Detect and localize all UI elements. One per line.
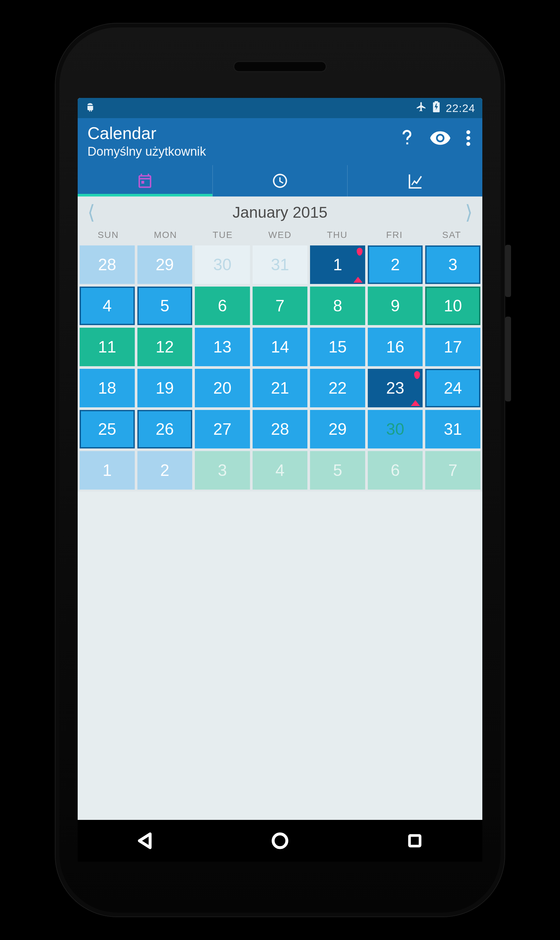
day-number: 1	[103, 461, 112, 480]
calendar-grid: 2829303112345678910111213141516171819202…	[78, 243, 482, 492]
calendar-day[interactable]: 7	[425, 451, 480, 489]
phone-frame: 22:24 Calendar Domyślny użytkownik	[55, 23, 505, 917]
screen: 22:24 Calendar Domyślny użytkownik	[78, 98, 482, 826]
calendar-icon	[136, 172, 153, 189]
calendar-day[interactable]: 6	[195, 286, 250, 325]
clock-icon	[272, 172, 288, 189]
day-number: 15	[329, 337, 347, 357]
day-number: 3	[448, 255, 457, 274]
calendar-day[interactable]: 19	[137, 369, 192, 407]
calendar-day[interactable]: 28	[252, 410, 308, 448]
nav-home-button[interactable]	[255, 828, 305, 854]
calendar-day[interactable]: 6	[368, 451, 423, 489]
day-number: 3	[218, 461, 227, 480]
weekday-label: SAT	[423, 230, 480, 240]
day-number: 12	[156, 337, 174, 357]
calendar-day[interactable]: 11	[80, 328, 135, 366]
day-number: 30	[386, 420, 404, 438]
calendar-day[interactable]: 29	[137, 245, 192, 284]
calendar-day[interactable]: 30	[368, 410, 423, 448]
airplane-mode-icon	[416, 101, 427, 115]
marker-triangle-icon	[411, 400, 420, 406]
phone-side-button	[505, 317, 511, 402]
calendar-day[interactable]: 21	[252, 369, 308, 407]
svg-point-3	[273, 834, 287, 848]
overflow-menu-button[interactable]	[466, 130, 471, 146]
calendar-day[interactable]: 31	[425, 410, 480, 448]
calendar-day[interactable]: 20	[195, 369, 250, 407]
month-bar: ⟨ January 2015 ⟩	[78, 197, 482, 228]
calendar-day[interactable]: 30	[195, 245, 250, 284]
weekday-label: TUE	[194, 230, 251, 240]
svg-rect-4	[409, 835, 420, 846]
day-number: 29	[156, 255, 174, 274]
weekday-label: SUN	[80, 230, 137, 240]
prev-month-button[interactable]: ⟨	[84, 201, 98, 223]
nav-back-button[interactable]	[121, 828, 170, 854]
calendar-day[interactable]: 2	[368, 245, 423, 284]
more-vert-icon	[466, 130, 471, 146]
help-icon	[400, 129, 414, 148]
calendar-day[interactable]: 12	[137, 328, 192, 366]
calendar-day[interactable]: 5	[310, 451, 365, 489]
tab-calendar[interactable]	[78, 165, 213, 197]
calendar-day[interactable]: 24	[425, 369, 480, 407]
day-number: 28	[271, 420, 289, 438]
calendar-day[interactable]: 13	[195, 328, 250, 366]
day-number: 9	[391, 296, 400, 315]
weekday-header: SUNMONTUEWEDTHUFRISAT	[78, 228, 482, 243]
calendar-day[interactable]: 10	[425, 286, 480, 325]
svg-point-0	[466, 130, 470, 134]
calendar-day[interactable]: 18	[80, 369, 135, 407]
day-number: 24	[444, 378, 462, 397]
day-number: 10	[444, 296, 462, 315]
visibility-button[interactable]	[430, 131, 450, 145]
tab-bar	[78, 165, 482, 197]
calendar-day[interactable]: 27	[195, 410, 250, 448]
calendar-day[interactable]: 23	[368, 369, 423, 407]
day-number: 1	[333, 255, 342, 274]
tab-chart[interactable]	[348, 165, 482, 197]
calendar-day[interactable]: 2	[137, 451, 192, 489]
calendar-day[interactable]: 31	[252, 245, 308, 284]
calendar-day[interactable]: 5	[137, 286, 192, 325]
day-number: 11	[98, 337, 116, 357]
calendar-day[interactable]: 4	[80, 286, 135, 325]
calendar-day[interactable]: 16	[368, 328, 423, 366]
calendar-day[interactable]: 1	[310, 245, 365, 284]
calendar-day[interactable]: 15	[310, 328, 365, 366]
circle-home-icon	[270, 831, 290, 851]
marker-drop-icon	[414, 371, 420, 379]
app-title: Calendar	[88, 124, 393, 143]
calendar-day[interactable]: 17	[425, 328, 480, 366]
calendar-day[interactable]: 28	[80, 245, 135, 284]
day-number: 31	[444, 420, 462, 438]
day-number: 17	[444, 337, 462, 357]
day-number: 2	[391, 255, 400, 274]
day-number: 21	[271, 378, 289, 397]
day-number: 6	[218, 296, 227, 315]
calendar-day[interactable]: 9	[368, 286, 423, 325]
tab-history[interactable]	[213, 165, 348, 197]
help-button[interactable]	[400, 129, 414, 148]
battery-charging-icon	[433, 101, 440, 115]
next-month-button[interactable]: ⟩	[462, 201, 476, 223]
day-number: 4	[103, 296, 112, 315]
marker-drop-icon	[357, 248, 363, 255]
calendar-day[interactable]: 3	[425, 245, 480, 284]
calendar-day[interactable]: 7	[252, 286, 308, 325]
calendar-day[interactable]: 25	[80, 410, 135, 448]
tab-underline	[348, 194, 482, 197]
calendar-day[interactable]: 29	[310, 410, 365, 448]
phone-speaker	[234, 62, 326, 71]
nav-recent-button[interactable]	[390, 828, 439, 854]
day-number: 7	[448, 461, 457, 480]
calendar-day[interactable]: 8	[310, 286, 365, 325]
calendar-day[interactable]: 3	[195, 451, 250, 489]
calendar-day[interactable]: 14	[252, 328, 308, 366]
calendar-day[interactable]: 26	[137, 410, 192, 448]
calendar-day[interactable]: 22	[310, 369, 365, 407]
day-markers	[411, 371, 420, 405]
calendar-day[interactable]: 4	[252, 451, 308, 489]
calendar-day[interactable]: 1	[80, 451, 135, 489]
